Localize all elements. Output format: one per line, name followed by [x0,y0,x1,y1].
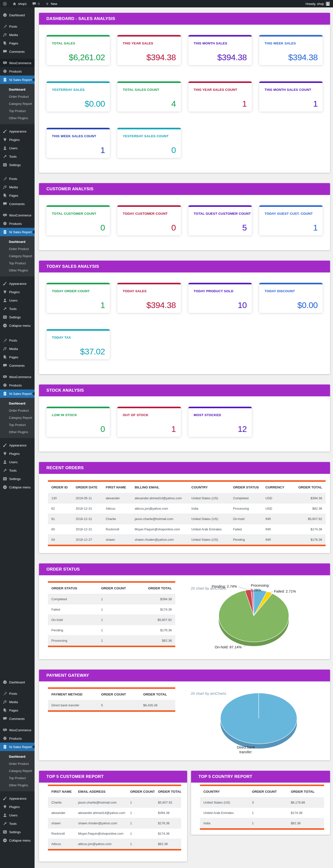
sidebar-subitem-other-plugins[interactable]: Other Plugins [0,115,35,122]
sidebar-subitem-other-plugins[interactable]: Other Plugins [0,782,35,789]
sidebar-subitem-top-product[interactable]: Top Product [0,421,35,429]
sidebar-item-users[interactable]: Users [0,811,35,819]
sidebar-item-woocommerce[interactable]: WooWooCommerce [0,59,35,67]
svg-text:Woo: Woo [4,62,6,63]
wordpress-menu[interactable]: W [0,0,10,7]
table-order-status: ORDER STATUSORDER COUNTORDER TOTALComple… [48,581,175,647]
sidebar-item-plugins[interactable]: Plugins [0,135,35,144]
sidebar-subitem-top-product[interactable]: Top Product [0,107,35,115]
sidebar-item-collapse-menu[interactable]: Collapse menu [0,483,35,491]
cell-email-address: shawn.rhoden@yahoo.com [74,818,127,829]
sidebar-subitem-category-report[interactable]: Category Report [0,414,35,421]
card-today-tax: TODAY TAX$37.02 [47,329,110,359]
cell-order-id: 62 [48,503,72,514]
new-content-menu[interactable]: New [42,0,60,7]
sidebar-item-media[interactable]: Media [0,344,35,353]
cell-currency: USD [262,493,287,503]
site-menu[interactable]: shop1 [10,0,29,7]
sidebar-item-collapse-menu[interactable]: Collapse menu [0,321,35,330]
section-header-order-status: ORDER STATUS [39,563,330,575]
sidebar-subitem-order-product[interactable]: Order Product [0,760,35,767]
sidebar-item-comments[interactable]: Comments [0,714,35,723]
sidebar-item-plugins[interactable]: Plugins [0,288,35,296]
sidebar-item-settings[interactable]: Settings [0,828,35,836]
comments-icon [3,363,7,368]
sidebar-item-dashboard[interactable]: Dashboard [0,11,35,19]
posts-icon [3,691,7,696]
sidebar-item-woocommerce[interactable]: WooWooCommerce [0,726,35,734]
sidebar-item-collapse-menu[interactable]: Collapse menu [0,836,35,844]
sidebar-item-appearance[interactable]: Appearance [0,794,35,803]
sidebar-item-pages[interactable]: Pages [0,706,35,714]
column-header-order-total: ORDER TOTAL [154,786,181,798]
sidebar-item-users[interactable]: Users [0,296,35,305]
sidebar-item-users[interactable]: Users [0,144,35,152]
sidebar-item-tools[interactable]: Tools [0,819,35,828]
sidebar-item-ni-sales-report[interactable]: Ni Sales Report [0,390,35,398]
sidebar-item-ni-sales-report[interactable]: Ni Sales Report [0,743,35,751]
sidebar-item-settings[interactable]: Settings [0,474,35,483]
sidebar-subitem-top-product[interactable]: Top Product [0,260,35,267]
sidebar-item-posts[interactable]: Posts [0,689,35,698]
sidebar-subitem-dashboard[interactable]: Dashboard [0,400,35,407]
sidebar-item-pages[interactable]: Pages [0,191,35,200]
sidebar-item-ni-sales-report[interactable]: Ni Sales Report [0,228,35,236]
sidebar-item-comments[interactable]: Comments [0,200,35,208]
sidebar-item-posts[interactable]: Posts [0,22,35,31]
sidebar-item-pages[interactable]: Pages [0,39,35,48]
home-icon [12,2,17,6]
table-recent-orders-grid: ORDER IDORDER DATEFIRST NAMEBILLING EMAI… [48,482,326,545]
column-header-order-count: ORDER COUNT [98,583,140,594]
cell-order-count: 1 [98,594,140,604]
sidebar-subitem-top-product[interactable]: Top Product [0,774,35,782]
sidebar-item-appearance[interactable]: Appearance [0,127,35,135]
sidebar-subitem-dashboard[interactable]: Dashboard [0,238,35,245]
sidebar-item-label: Users [9,813,18,817]
sidebar-item-tools[interactable]: Tools [0,305,35,313]
cell-order-count: 1 [98,615,140,625]
sidebar-item-products[interactable]: Products [0,381,35,390]
sidebar-item-settings[interactable]: Settings [0,313,35,321]
cell-order-id: 60 [48,524,72,534]
sidebar-item-tools[interactable]: Tools [0,466,35,474]
sidebar-item-plugins[interactable]: Plugins [0,450,35,458]
comments-shortcut[interactable]: 0 [29,0,42,7]
sidebar-item-posts[interactable]: Posts [0,336,35,344]
sidebar-item-media[interactable]: Media [0,183,35,191]
sidebar-item-label: Posts [9,692,17,695]
account-menu[interactable]: Howdy, shop [306,2,333,6]
sidebar-item-users[interactable]: Users [0,458,35,466]
sidebar-item-settings[interactable]: Settings [0,161,35,169]
sidebar-item-plugins[interactable]: Plugins [0,803,35,811]
sidebar-subitem-category-report[interactable]: Category Report [0,767,35,774]
sidebar-item-products[interactable]: Products [0,219,35,228]
sidebar-item-media[interactable]: Media [0,698,35,706]
sidebar-item-appearance[interactable]: Appearance [0,279,35,288]
sidebar-subitem-order-product[interactable]: Order Product [0,407,35,414]
sidebar-subitem-other-plugins[interactable]: Other Plugins [0,429,35,436]
sidebar-item-products[interactable]: Products [0,734,35,743]
card-value: 0 [100,223,105,232]
sidebar-item-ni-sales-report[interactable]: Ni Sales Report [0,75,35,84]
sidebar-item-woocommerce[interactable]: WooWooCommerce [0,373,35,381]
sidebar-item-comments[interactable]: Comments [0,48,35,56]
cell-first-name: Atticus [102,503,131,514]
sidebar-subitem-order-product[interactable]: Order Product [0,93,35,100]
sidebar-item-dashboard[interactable]: Dashboard [0,678,35,686]
sidebar-subitem-category-report[interactable]: Category Report [0,100,35,107]
sidebar-item-products[interactable]: Products [0,67,35,75]
sidebar-subitem-category-report[interactable]: Category Report [0,252,35,260]
sidebar-item-tools[interactable]: Tools [0,152,35,161]
sidebar-item-pages[interactable]: Pages [0,353,35,361]
sidebar-subitem-dashboard[interactable]: Dashboard [0,753,35,760]
sidebar-item-media[interactable]: Media [0,31,35,39]
products-icon [3,221,7,226]
column-header-order-total: ORDER TOTAL [140,689,175,700]
sidebar-item-appearance[interactable]: Appearance [0,441,35,450]
sidebar-item-woocommerce[interactable]: WooWooCommerce [0,211,35,219]
sidebar-subitem-other-plugins[interactable]: Other Plugins [0,267,35,274]
sidebar-subitem-order-product[interactable]: Order Product [0,245,35,252]
sidebar-item-posts[interactable]: Posts [0,175,35,183]
sidebar-subitem-dashboard[interactable]: Dashboard [0,86,35,93]
sidebar-item-comments[interactable]: Comments [0,361,35,370]
